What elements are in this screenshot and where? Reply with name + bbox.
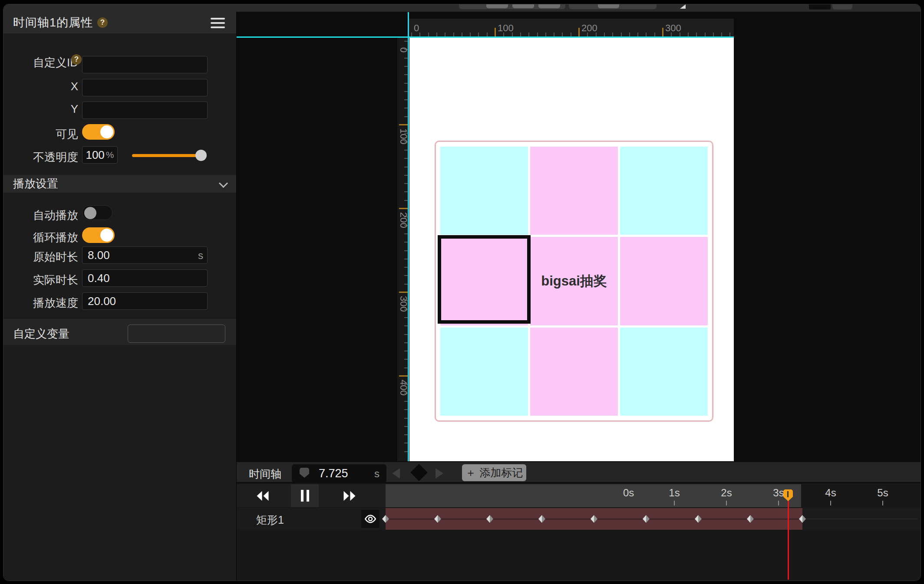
visible-label: 可见 [7, 127, 78, 142]
grid-cell[interactable] [440, 328, 528, 416]
ruler-major-tick [662, 28, 663, 36]
next-keyframe-button[interactable] [436, 468, 443, 479]
opacity-value[interactable]: 100 % [82, 146, 118, 164]
timeline-ruler[interactable]: 0s1s2s3s4s5s6s7s8s [386, 484, 801, 507]
second-label: 5s [877, 487, 888, 499]
grid-cell[interactable] [620, 147, 708, 235]
selected-grid-cell[interactable] [438, 235, 531, 324]
ruler-tick [713, 33, 714, 36]
loop-toggle[interactable] [82, 227, 115, 243]
toolbar-partial-button[interactable] [538, 4, 560, 8]
original-duration-input[interactable] [82, 246, 208, 264]
ruler-tick [428, 33, 429, 36]
ruler-tick [637, 33, 638, 36]
y-label: Y [7, 102, 78, 116]
grid-cell[interactable] [620, 237, 708, 325]
x-label: X [7, 80, 78, 93]
timeline-track-row: 矩形1 [237, 508, 921, 530]
ruler-major-tick [399, 375, 408, 377]
y-input[interactable] [82, 102, 208, 119]
ruler-tick [696, 33, 697, 36]
x-input[interactable] [82, 79, 208, 96]
properties-panel-header: 时间轴1的属性 ? [3, 12, 236, 33]
variable-type-segmented [128, 325, 225, 343]
ruler-tick [462, 33, 462, 36]
prev-keyframe-button[interactable] [392, 468, 400, 479]
horizontal-ruler: 0100200300 [409, 19, 734, 36]
grid-cell[interactable] [530, 328, 618, 416]
second-tick [830, 501, 831, 505]
toolbar-partial-button[interactable] [809, 4, 831, 10]
toolbar-partial-button[interactable] [486, 4, 508, 8]
ruler-tick [554, 33, 554, 36]
second-tick [778, 501, 779, 505]
guide-line-vertical [408, 12, 409, 461]
plus-icon: ＋ [465, 466, 476, 480]
opacity-slider-track [132, 154, 205, 157]
actual-duration-label: 实际时长 [7, 272, 78, 288]
chevron-down-icon[interactable] [219, 179, 228, 188]
grid-cell[interactable] [530, 147, 618, 235]
second-label: 2s [721, 487, 732, 499]
ruler-tick [629, 33, 630, 36]
rewind-button[interactable] [250, 484, 276, 507]
ruler-tick [445, 33, 446, 36]
add-keyframe-button[interactable] [410, 464, 428, 481]
playback-controls [237, 484, 386, 507]
pause-button[interactable] [291, 484, 319, 507]
grid-cell[interactable] [440, 147, 528, 235]
top-toolbar [3, 4, 921, 12]
ruler-number: 300 [665, 23, 681, 34]
ruler-tick [545, 33, 546, 36]
ruler-major-tick [399, 124, 408, 125]
add-marker-button[interactable]: ＋ 添加标记 [462, 464, 526, 481]
current-time-box[interactable]: 7.725 s [292, 464, 386, 483]
help-icon[interactable]: ? [97, 17, 108, 28]
opacity-slider-knob[interactable] [195, 150, 207, 161]
ruler-tick [612, 33, 613, 36]
ruler-tick [436, 33, 437, 36]
autoplay-toggle[interactable] [82, 205, 112, 220]
loop-label: 循环播放 [7, 230, 78, 245]
grid-cell[interactable] [620, 328, 708, 416]
grid-center-label: bigsai抽奖 [530, 237, 618, 325]
current-time-value[interactable]: 7.725 [319, 467, 348, 480]
second-label: 1s [669, 487, 680, 499]
speed-input[interactable] [82, 292, 208, 310]
playhead-marker[interactable] [783, 489, 793, 501]
second-label: 4s [825, 487, 836, 499]
properties-panel: 时间轴1的属性 ? 自定义ID ? X Y 可见 不透明度 100 % [3, 12, 237, 581]
opacity-slider[interactable] [132, 148, 207, 163]
ruler-major-tick [399, 292, 408, 293]
actual-duration-input[interactable] [82, 269, 208, 287]
ruler-tick [562, 33, 563, 36]
timeline-header: 时间轴 7.725 s ＋ 添加标记 [237, 462, 921, 483]
add-marker-label: 添加标记 [480, 466, 523, 480]
playhead-line[interactable] [788, 499, 789, 580]
toolbar-partial-button[interactable] [512, 4, 534, 8]
toolbar-partial-button[interactable] [598, 4, 619, 8]
keyframe-connector-line-tail [802, 518, 917, 519]
visible-toggle[interactable] [82, 124, 115, 140]
toolbar-partial-button[interactable] [832, 4, 852, 10]
ruler-tick [520, 33, 521, 36]
ruler-major-tick [495, 28, 496, 36]
playback-section-header[interactable]: 播放设置 [3, 175, 236, 193]
visibility-eye-button[interactable] [361, 510, 380, 528]
app-window: 时间轴1的属性 ? 自定义ID ? X Y 可见 不透明度 100 % [3, 4, 921, 581]
ruler-tick [621, 33, 622, 36]
ruler-number: 100 [498, 23, 514, 34]
menu-icon[interactable] [211, 18, 225, 28]
ruler-tick [646, 33, 647, 36]
custom-id-help-icon[interactable]: ? [71, 54, 82, 65]
app-screen: 时间轴1的属性 ? 自定义ID ? X Y 可见 不透明度 100 % [0, 0, 924, 584]
custom-id-input[interactable] [82, 56, 208, 73]
variables-title: 自定义变量 [13, 326, 69, 341]
fast-forward-button[interactable] [337, 484, 363, 507]
ruler-tick [729, 33, 730, 36]
second-tick [882, 501, 883, 505]
ruler-tick [453, 33, 454, 36]
guide-line-horizontal [237, 36, 734, 38]
ruler-number: 0 [414, 23, 419, 34]
ruler-tick [604, 33, 605, 36]
